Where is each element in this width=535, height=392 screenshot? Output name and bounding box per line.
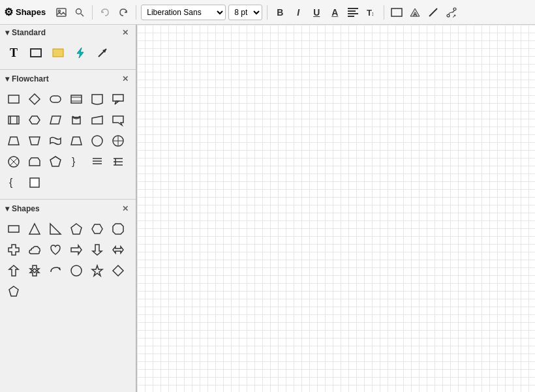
search-button[interactable] [72,5,87,20]
flowchart-collapse-icon: ▾ [5,74,9,83]
shape-lightning[interactable] [70,43,90,63]
fc-ribbon[interactable] [108,110,128,130]
font-color-button[interactable]: A [327,5,343,20]
svg-point-75 [71,265,82,276]
svg-point-42 [92,136,102,146]
sh-arrow-down[interactable] [87,240,107,260]
shape-rect-outline[interactable] [26,43,46,63]
redo-button[interactable] [115,5,131,20]
svg-rect-61 [8,226,19,232]
fc-callout[interactable] [108,89,128,109]
fc-doc[interactable] [87,89,107,109]
shape-text[interactable]: T [4,43,23,63]
text-direction-button[interactable]: T ↕ [363,5,379,20]
shapes-panel-header[interactable]: ▾ Shapes ✕ [0,201,136,217]
sh-arrow-up[interactable] [4,261,23,280]
shapes-header-label: Shapes [12,204,40,213]
fc-summing-junction[interactable] [108,131,128,151]
sh-curved-arrow[interactable] [46,261,65,280]
sh-diamond[interactable] [108,261,128,280]
sh-arrow-right[interactable] [67,240,86,260]
svg-marker-64 [71,224,82,234]
svg-text:↕: ↕ [371,10,374,17]
undo-button[interactable] [97,5,113,20]
fc-x-circle[interactable] [4,152,23,172]
line-color-button[interactable] [425,5,441,20]
svg-marker-29 [115,101,119,104]
fc-parallelogram[interactable] [46,110,65,130]
italic-button[interactable]: I [290,5,306,20]
standard-close-button[interactable]: ✕ [120,27,130,38]
sh-hexagon[interactable] [87,219,107,239]
svg-text:↗: ↗ [452,14,456,18]
insert-image-button[interactable] [54,5,69,20]
sh-right-tri[interactable] [46,219,65,239]
sh-rect[interactable] [4,219,23,239]
fc-circle[interactable] [87,131,107,151]
fc-trap-down[interactable] [25,131,44,151]
fill-button[interactable]: A [407,5,423,20]
align-button[interactable] [345,5,361,20]
shape-arrow[interactable] [93,43,112,63]
svg-marker-69 [93,245,102,255]
sh-star[interactable] [87,261,107,280]
font-size-selector[interactable]: 8 pt [228,5,262,20]
flowchart-panel: ▾ Flowchart ✕ [0,71,136,200]
fc-note[interactable] [25,173,44,192]
connection-button[interactable]: ↗ [444,5,459,20]
svg-marker-62 [29,224,40,234]
flowchart-close-button[interactable]: ✕ [120,74,130,84]
standard-panel: ▾ Standard ✕ T [0,25,136,70]
sh-pentagon[interactable] [67,219,86,239]
svg-marker-19 [77,48,84,58]
font-selector[interactable]: Liberation Sans [141,5,226,20]
svg-text:}: } [72,156,76,167]
svg-rect-24 [50,96,61,102]
flowchart-panel-header[interactable]: ▾ Flowchart ✕ [0,71,136,87]
fc-list[interactable] [87,152,107,172]
svg-rect-5 [348,10,356,12]
fc-trap-up[interactable] [4,131,23,151]
svg-marker-23 [29,94,40,104]
shapes-close-button[interactable]: ✕ [120,204,130,214]
fc-hexagon[interactable] [25,110,44,130]
shape-filled-rect[interactable] [48,43,68,63]
fc-loop-limit[interactable] [25,152,44,172]
sh-arrow-lr[interactable] [108,240,128,260]
svg-rect-22 [8,95,19,103]
fc-rounded[interactable] [46,89,65,109]
sidebar: ▾ Standard ✕ T [0,25,137,392]
sh-triangle[interactable] [25,219,44,239]
sh-circle[interactable] [67,261,86,280]
svg-marker-33 [29,116,40,124]
standard-divider [0,69,136,70]
fc-list2[interactable] [108,152,128,172]
sh-cloud[interactable] [25,240,44,260]
svg-text:{: { [9,177,13,188]
fc-punched-tape[interactable] [46,131,65,151]
fc-cylinder[interactable] [67,110,86,130]
standard-panel-header[interactable]: ▾ Standard ✕ [0,25,136,40]
fc-manual-input[interactable] [87,110,107,130]
fc-predef[interactable] [4,110,23,130]
sh-polygon[interactable] [4,282,23,301]
fc-box[interactable] [67,89,86,109]
fc-manual-op[interactable] [67,131,86,151]
svg-marker-68 [71,245,82,254]
sh-octagon[interactable] [108,219,128,239]
bold-button[interactable]: B [272,5,288,20]
sh-cross[interactable] [4,240,23,260]
fc-bracket-left[interactable]: } [67,152,86,172]
fc-decision[interactable] [25,89,44,109]
fc-process[interactable] [4,89,23,109]
svg-rect-18 [53,49,63,57]
underline-button[interactable]: U [309,5,324,20]
sh-heart[interactable] [46,240,65,260]
sh-arrow-ud[interactable] [25,261,44,280]
canvas-area[interactable] [137,25,535,392]
fc-bracket-curly[interactable]: { [4,173,23,192]
fc-pentagon[interactable] [46,152,65,172]
sep3 [267,5,268,20]
svg-marker-39 [8,137,19,145]
geometry-button[interactable] [389,5,405,20]
